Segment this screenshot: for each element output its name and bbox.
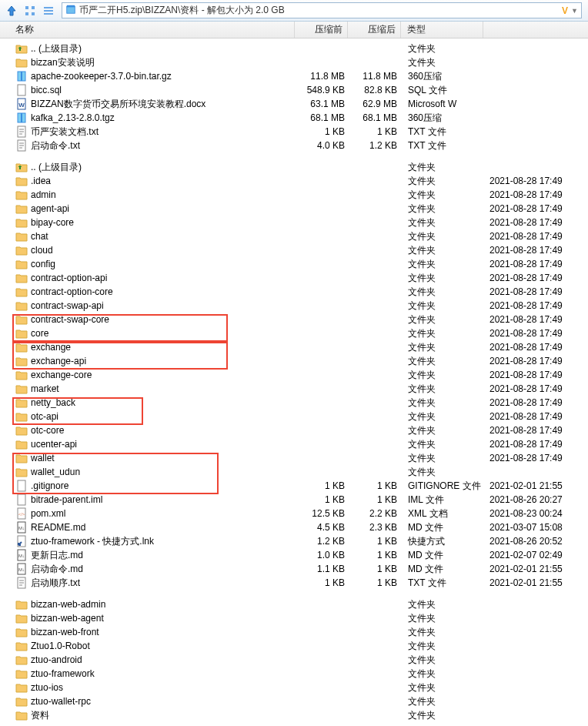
file-row[interactable]: 启动顺序.txt1 KB1 KBTXT 文件2021-02-01 21:55 [0,576,588,590]
file-name: config [31,259,297,269]
file-date: 2021-02-01 21:55 [483,480,588,491]
file-list: .. (上级目录)文件夹bizzan安装说明文件夹apache-zookeepe… [0,38,588,725]
file-name: ztuo-wallet-rpc [31,696,297,707]
file-name: exchange [31,342,297,353]
file-row[interactable]: bizzan安装说明文件夹 [0,55,588,69]
file-row[interactable]: exchange-core文件夹2021-08-28 17:49 [0,368,588,382]
file-row[interactable]: exchange-api文件夹2021-08-28 17:49 [0,354,588,368]
file-row[interactable]: bizzan-web-agent文件夹 [0,611,588,625]
svg-rect-11 [18,85,25,95]
file-row[interactable]: ztuo-ios文件夹 [0,681,588,694]
col-name[interactable]: 名称 [0,23,294,36]
file-row[interactable]: config文件夹2021-08-28 17:49 [0,257,588,271]
file-row[interactable]: agent-api文件夹2021-08-28 17:49 [0,202,588,216]
file-row[interactable]: contract-swap-core文件夹2021-08-28 17:49 [0,313,588,326]
file-row[interactable]: Ztuo1.0-Robot文件夹 [0,639,588,653]
file-row[interactable]: exchange文件夹2021-08-28 17:49 [0,340,588,354]
file-date: 2021-08-28 17:49 [483,356,588,366]
file-row[interactable]: otc-api文件夹2021-08-28 17:49 [0,410,588,423]
file-row[interactable]: apache-zookeeper-3.7.0-bin.tar.gz11.8 MB… [0,69,588,83]
file-row[interactable]: WBIZZAN数字货币交易所环境安装教程.docx63.1 MB62.9 MBM… [0,97,588,111]
file-type: 文件夹 [402,452,483,465]
folder-icon [15,258,28,270]
file-row[interactable]: bicc.sql548.9 KB82.8 KBSQL 文件 [0,83,588,97]
up-button[interactable] [3,2,20,19]
file-row[interactable]: wallet_udun文件夹 [0,465,588,479]
svg-rect-6 [44,13,53,15]
file-row[interactable]: 启动命令.txt4.0 KB1.2 KBTXT 文件 [0,139,588,152]
file-type: 文件夹 [402,598,483,611]
file-row[interactable]: bizzan-web-front文件夹 [0,625,588,639]
file-name: .. (上级目录) [31,161,297,174]
file-row[interactable]: bitrade-parent.iml1 KB1 KBIML 文件2021-08-… [0,493,588,507]
file-name: market [31,383,297,394]
svg-rect-25 [18,494,25,505]
file-pre-size: 4.0 KB [297,140,349,151]
file-row[interactable]: chat文件夹2021-08-28 17:49 [0,229,588,243]
col-type[interactable]: 类型 [401,23,483,36]
file-row[interactable]: contract-swap-api文件夹2021-08-28 17:49 [0,299,588,313]
file-row[interactable]: ucenter-api文件夹2021-08-28 17:49 [0,437,588,451]
file-row[interactable]: .. (上级目录)文件夹 [0,42,588,55]
file-row[interactable]: market文件夹2021-08-28 17:49 [0,382,588,396]
file-type: 文件夹 [402,313,483,326]
file-name: pom.xml [31,508,297,519]
lnk-icon [15,535,28,547]
file-type: 文件夹 [402,396,483,410]
file-type: MD 文件 [402,563,483,576]
file-pre-size: 11.8 MB [297,71,349,82]
file-post-size: 1 KB [349,536,402,547]
file-row[interactable]: .gitignore1 KB1 KBGITIGNORE 文件2021-02-01… [0,479,588,493]
file-row[interactable]: kafka_2.13-2.8.0.tgz68.1 MB68.1 MB360压缩 [0,111,588,125]
address-bar[interactable]: 币严二开H5.zip\BIZZAN\资料 - 解包大小为 2.0 GB V ▼ [62,2,582,18]
file-post-size: 1 KB [349,494,402,505]
file-row[interactable]: ztuo-framework文件夹 [0,667,588,681]
file-name: ucenter-api [31,439,297,450]
file-type: 文件夹 [402,369,483,382]
file-icon [15,480,28,492]
file-row[interactable]: .idea文件夹2021-08-28 17:49 [0,174,588,188]
file-date: 2021-08-28 17:49 [483,370,588,380]
file-type: 文件夹 [402,327,483,340]
file-date: 2021-08-28 17:49 [483,203,588,214]
folder-icon [15,216,28,229]
column-header[interactable]: 名称 压缩前 压缩后 类型 [0,22,588,38]
file-row[interactable]: cloud文件夹2021-08-28 17:49 [0,243,588,257]
file-row[interactable]: </>pom.xml12.5 KB2.2 KBXML 文档2021-08-23 … [0,507,588,520]
file-row[interactable]: 币严安装文档.txt1 KB1 KBTXT 文件 [0,125,588,139]
file-row[interactable]: M↓更新日志.md1.0 KB1 KBMD 文件2021-02-07 02:49 [0,548,588,562]
file-row[interactable]: contract-option-core文件夹2021-08-28 17:49 [0,285,588,299]
file-row[interactable]: M↓README.md4.5 KB2.3 KBMD 文件2021-03-07 1… [0,520,588,534]
file-row[interactable]: ztuo-framework - 快捷方式.lnk1.2 KB1 KB快捷方式2… [0,534,588,548]
view-list-button[interactable] [40,2,57,19]
file-row[interactable]: ztuo-android文件夹 [0,653,588,667]
svg-rect-2 [25,12,28,15]
folder-icon [15,286,28,298]
file-row[interactable]: M↓启动命令.md1.1 KB1 KBMD 文件2021-02-01 21:55 [0,562,588,576]
folder-icon [15,272,28,284]
file-date: 2021-08-28 17:49 [483,328,588,339]
dropdown-icon[interactable]: ▼ [571,7,578,15]
file-row[interactable]: bizzan-web-admin文件夹 [0,597,588,611]
view-icons-button[interactable] [22,2,38,19]
file-date: 2021-08-28 17:49 [483,217,588,228]
file-row[interactable]: ztuo-wallet-rpc文件夹 [0,694,588,708]
file-row[interactable]: core文件夹2021-08-28 17:49 [0,326,588,340]
file-row[interactable]: 资料文件夹 [0,708,588,722]
folder-icon [15,654,28,666]
file-row[interactable]: contract-option-api文件夹2021-08-28 17:49 [0,271,588,285]
file-post-size: 1.2 KB [349,140,402,151]
file-row[interactable]: netty_back文件夹2021-08-28 17:49 [0,396,588,410]
file-row[interactable]: .. (上级目录)文件夹 [0,160,588,174]
file-date: 2021-08-26 20:52 [483,536,588,547]
col-pre[interactable]: 压缩前 [295,23,347,36]
file-type: 文件夹 [402,438,483,451]
archive-icon [15,70,28,82]
file-row[interactable]: otc-core文件夹2021-08-28 17:49 [0,423,588,437]
file-row[interactable]: bipay-core文件夹2021-08-28 17:49 [0,216,588,229]
col-post[interactable]: 压缩后 [348,23,400,36]
file-row[interactable]: admin文件夹2021-08-28 17:49 [0,188,588,202]
confirm-icon[interactable]: V [562,5,568,16]
file-row[interactable]: wallet文件夹2021-08-28 17:49 [0,451,588,465]
file-name: contract-swap-core [31,314,297,325]
